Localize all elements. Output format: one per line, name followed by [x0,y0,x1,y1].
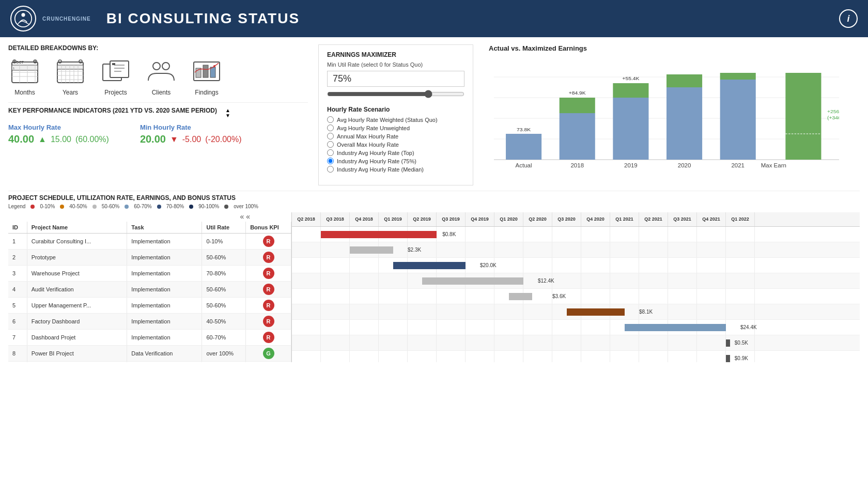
radio-industry-top-input[interactable] [327,149,334,156]
cell-bonus: G [246,346,291,362]
legend-over100: over 100% [234,204,258,209]
breakdown-months[interactable]: OCT 1 Months [8,57,41,96]
years-icon [54,57,87,86]
legend-5060: 50-60% [102,204,119,209]
sort-arrows[interactable]: ▲ ▼ [225,108,230,118]
gantt-row: $0.9K [292,351,860,362]
legend-4050: 40-50% [69,204,87,209]
bar-2019-green [613,83,648,98]
cell-bonus: R [246,330,291,346]
scroll-right-btn[interactable]: « [246,212,250,221]
bar-2021-green [720,73,756,80]
svg-rect-38 [210,67,215,77]
table-row: 3 Warehouse Project Implementation 70-80… [8,266,291,282]
legend-dot-over100 [224,205,228,209]
bar-2021-blue [720,80,756,160]
projects-icon [99,57,132,86]
gantt-earnings: $0.8K [442,231,456,237]
cell-name: Audit Verification [27,282,127,298]
actual-vs-chart-container: Actual vs. Maximized Earnings 73.8K Actu… [484,44,860,185]
svg-point-33 [153,63,160,70]
gantt-left: « « ID Project Name Task Util Rate Bonus… [8,212,291,362]
top-section: DETAILED BREAKDOWNS BY: OCT [8,44,860,185]
clients-label: Clients [152,89,171,96]
radio-overall-max[interactable]: Overall Max Hourly Rate [327,141,464,148]
radio-industry-75-label: Industry Avg Hourly Rate (75%) [337,158,416,164]
breakdown-icons: OCT 1 Months [8,57,308,96]
bar-2018-xlabel: 2018 [570,163,584,168]
breakdown-years[interactable]: Years [54,57,87,96]
breakdown-clients[interactable]: Clients [145,57,178,96]
findings-icon [190,57,223,86]
gantt-quarter-header: Q3 2018 [321,212,350,226]
col-id: ID [8,222,27,234]
kpi-max-pct: (60.00%) [75,135,109,144]
logo-icon [10,6,36,32]
bar-2018-blue [560,113,595,160]
gantt-row: $0.8K [292,227,860,242]
cell-id: 1 [8,234,27,250]
radio-annual-max-input[interactable] [327,133,334,139]
scroll-left-btn[interactable]: « [240,212,244,221]
radio-industry-median-input[interactable] [327,166,334,173]
radio-avg-unweighted[interactable]: Avg Hourly Rate Unweighted [327,125,464,131]
legend-dot-6070 [125,205,129,209]
cell-bonus: R [246,266,291,282]
info-button[interactable]: i [839,9,858,28]
cell-id: 5 [8,298,27,314]
radio-industry-top[interactable]: Industry Avg Hourly Rate (Top) [327,149,464,156]
breakdown-projects[interactable]: Projects [99,57,132,96]
gantt-quarter-header: Q4 2018 [350,212,379,226]
radio-overall-max-input[interactable] [327,141,334,148]
gantt-bar [350,246,393,254]
table-row: 4 Audit Verification Implementation 50-6… [8,282,291,298]
breakdown-findings[interactable]: Findings [190,57,223,96]
cell-name: Dashboard Projet [27,330,127,346]
actual-vs-title: Actual vs. Maximized Earnings [489,44,860,52]
table-row: 8 Power BI Project Data Verification ove… [8,346,291,362]
cell-id: 6 [8,314,27,330]
bar-2020-green [667,74,702,87]
gantt-bar [393,262,466,269]
cell-bonus: R [246,314,291,330]
gantt-earnings: $12.4K [538,278,554,284]
table-row: 9 Power BI Project Dashboard Design over… [8,362,291,363]
em-slider-input[interactable] [327,90,464,98]
cell-util: 50-60% [202,282,246,298]
cell-util: 50-60% [202,298,246,314]
radio-avg-weighted[interactable]: Avg Hourly Rate Weighted (Status Quo) [327,116,464,123]
cell-task: Implementation [127,250,202,266]
cell-util: 0-10% [202,234,246,250]
info-label: i [847,13,849,24]
gantt-quarter-header: Q3 2019 [437,212,466,226]
gantt-quarter-header: Q2 2019 [408,212,437,226]
radio-avg-weighted-input[interactable] [327,116,334,123]
svg-point-34 [162,63,169,70]
earnings-maximizer: EARNINGS MAXIMIZER Min Util Rate (select… [318,44,473,185]
radio-industry-75-input[interactable] [327,158,334,164]
legend-dot-4050 [60,205,64,209]
years-label: Years [63,89,78,96]
gantt-quarter-header: Q3 2020 [552,212,581,226]
gantt-timeline-header: Q2 2018Q3 2018Q4 2018Q1 2019Q2 2019Q3 20… [292,212,860,227]
project-schedule-section: PROJECT SCHEDULE, UTILIZATION RATE, EARN… [8,191,860,362]
cell-name: Warehouse Project [27,266,127,282]
cell-util: 70-80% [202,266,246,282]
kpi-min-pct: (-20.00%) [205,135,241,144]
cell-name: Power BI Project [27,362,127,363]
cell-id: 4 [8,282,27,298]
cell-util: 60-70% [202,330,246,346]
cell-id: 7 [8,330,27,346]
bar-maxearn-pct: (+346.9%) [827,115,839,120]
gantt-right[interactable]: Q2 2018Q3 2018Q4 2018Q1 2019Q2 2019Q3 20… [291,212,860,362]
logo-text: CRUNCHENGINE [42,16,91,22]
cell-bonus: R [246,250,291,266]
scenario-title: Hourly Rate Scenario [327,106,464,113]
radio-industry-75[interactable]: Industry Avg Hourly Rate (75%) [327,158,464,164]
months-icon: OCT 1 [8,57,41,86]
gantt-quarter-header: Q2 2020 [523,212,552,226]
gantt-quarter-header: Q1 2019 [379,212,408,226]
radio-industry-median[interactable]: Industry Avg Hourly Rate (Median) [327,166,464,173]
radio-avg-unweighted-input[interactable] [327,125,334,131]
radio-annual-max[interactable]: Annual Max Hourly Rate [327,133,464,139]
